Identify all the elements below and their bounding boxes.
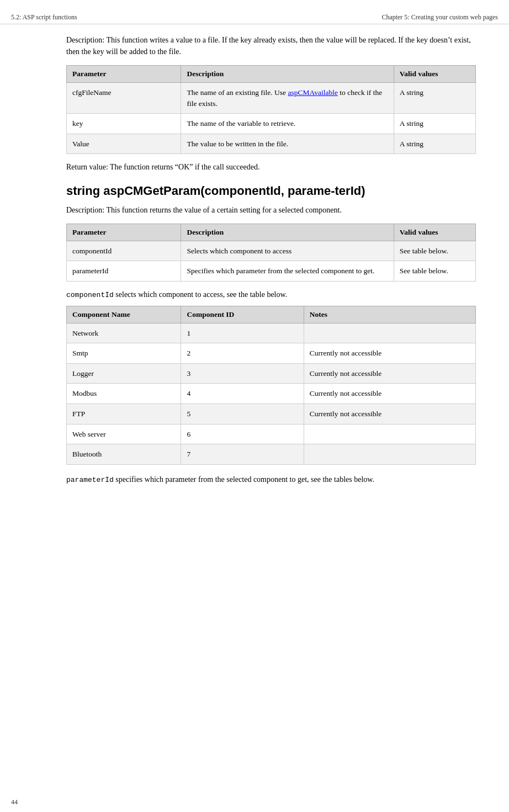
t3r2-notes: Currently not accessible (304, 363, 475, 384)
intro-description: Description: This function writes a valu… (66, 34, 476, 57)
page: 5.2: ASP script functions Chapter 5: Cre… (0, 0, 509, 812)
t1r1-desc: The name of an existing file. Use aspCMA… (181, 83, 394, 114)
table-row: parameterId Specifies which parameter fr… (67, 261, 476, 282)
t1r1-valid: A string (394, 83, 475, 114)
concluding-suffix: specifies which parameter from the selec… (114, 475, 374, 484)
t3r3-id: 4 (181, 384, 304, 404)
table1-header-param: Parameter (67, 66, 181, 83)
t3r0-id: 1 (181, 323, 304, 343)
t3r6-id: 7 (181, 444, 304, 465)
component-id-intro: componentId selects which component to a… (66, 290, 476, 299)
table-row: componentId Selects which component to a… (67, 241, 476, 261)
t2r1-param: componentId (67, 241, 181, 261)
table-row: Bluetooth7 (67, 444, 476, 465)
table1-header-valid: Valid values (394, 66, 475, 83)
t2r2-param: parameterId (67, 261, 181, 282)
t3r2-name: Logger (67, 363, 181, 384)
table2-header-valid: Valid values (394, 224, 475, 241)
t2r2-desc: Specifies which parameter from the selec… (181, 261, 394, 282)
t3r4-id: 5 (181, 404, 304, 424)
footer-bar: 44 (11, 798, 18, 806)
t3r1-name: Smtp (67, 343, 181, 364)
table3-header-name: Component Name (67, 306, 181, 323)
table2-header-desc: Description (181, 224, 394, 241)
t1r3-valid: A string (394, 134, 475, 154)
t1r3-desc: The value to be written in the file. (181, 134, 394, 154)
table-row: Logger3Currently not accessible (67, 363, 476, 384)
header-left: 5.2: ASP script functions (11, 13, 77, 22)
table1-header-desc: Description (181, 66, 394, 83)
table2-header-param: Parameter (67, 224, 181, 241)
page-number: 44 (11, 798, 18, 806)
parameter-id-code: parameterId (66, 476, 114, 484)
t3r6-name: Bluetooth (67, 444, 181, 465)
t3r4-notes: Currently not accessible (304, 404, 475, 424)
t1r1-param: cfgFileName (67, 83, 181, 114)
t1r2-desc: The name of the variable to retrieve. (181, 114, 394, 134)
table-row: Network1 (67, 323, 476, 343)
header-right: Chapter 5: Creating your custom web page… (381, 13, 498, 22)
component-id-code: componentId (66, 291, 114, 299)
t1r3-param: Value (67, 134, 181, 154)
table-row: FTP5Currently not accessible (67, 404, 476, 424)
content-area: Description: This function writes a valu… (0, 34, 509, 485)
t3r5-notes (304, 424, 475, 444)
t3r6-notes (304, 444, 475, 465)
t3r0-notes (304, 323, 475, 343)
component-id-intro-suffix: selects which component to access, see t… (114, 290, 287, 299)
table3-header-id: Component ID (181, 306, 304, 323)
table-row: Value The value to be written in the fil… (67, 134, 476, 154)
param-table-1: Parameter Description Valid values cfgFi… (66, 65, 476, 154)
param-table-2: Parameter Description Valid values compo… (66, 224, 476, 282)
t3r1-id: 2 (181, 343, 304, 364)
section-description: Description: This function returns the v… (66, 204, 476, 216)
t1r2-valid: A string (394, 114, 475, 134)
component-table: Component Name Component ID Notes Networ… (66, 306, 476, 465)
table-row: Modbus4Currently not accessible (67, 384, 476, 404)
table-row: Smtp2Currently not accessible (67, 343, 476, 364)
t3r2-id: 3 (181, 363, 304, 384)
t1r2-param: key (67, 114, 181, 134)
t3r3-name: Modbus (67, 384, 181, 404)
t3r4-name: FTP (67, 404, 181, 424)
t3r5-id: 6 (181, 424, 304, 444)
t2r2-valid: See table below. (394, 261, 475, 282)
table3-header-notes: Notes (304, 306, 475, 323)
t3r5-name: Web server (67, 424, 181, 444)
header-bar: 5.2: ASP script functions Chapter 5: Cre… (0, 11, 509, 24)
asp-cm-available-link[interactable]: aspCMAvailable (288, 88, 337, 97)
section-heading: string aspCMGetParam(componentId, parame… (66, 184, 476, 198)
t3r1-notes: Currently not accessible (304, 343, 475, 364)
t2r1-desc: Selects which component to access (181, 241, 394, 261)
t2r1-valid: See table below. (394, 241, 475, 261)
t3r3-notes: Currently not accessible (304, 384, 475, 404)
concluding-text: parameterId specifies which parameter fr… (66, 474, 476, 486)
table-row: cfgFileName The name of an existing file… (67, 83, 476, 114)
t3r0-name: Network (67, 323, 181, 343)
return-value-text: Return value: The function returns “OK” … (66, 163, 476, 172)
table-row: key The name of the variable to retrieve… (67, 114, 476, 134)
table-row: Web server6 (67, 424, 476, 444)
